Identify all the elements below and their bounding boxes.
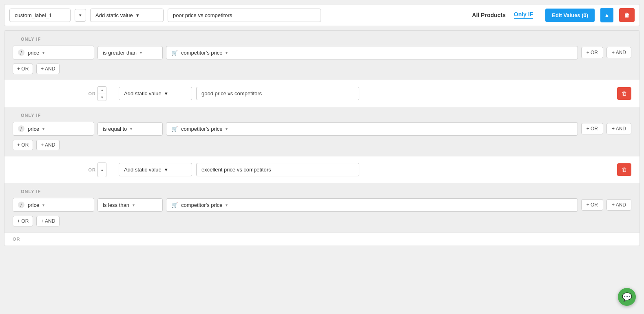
rule3-cart-icon: 🛒: [171, 202, 178, 208]
rule2-value-input[interactable]: [196, 87, 359, 100]
move-down-1[interactable]: ▾: [97, 94, 106, 101]
rule2-competitor-label: competitor's price: [181, 126, 222, 132]
tab-only-if[interactable]: Only IF: [514, 11, 533, 19]
edit-values-button[interactable]: Edit Values (0): [545, 9, 595, 22]
rule3-competitor-label: competitor's price: [181, 202, 222, 208]
rule3-value-input[interactable]: [196, 163, 359, 176]
rule3-bottom-and-button[interactable]: + AND: [36, 216, 60, 226]
delete-rule-button[interactable]: 🗑: [619, 8, 635, 22]
rule2-price-arrow-icon: ▾: [42, 127, 44, 131]
tab-all-products[interactable]: All Products: [472, 12, 505, 18]
rule3-static-arrow-icon: ▾: [165, 167, 168, 173]
rules-container: ONLY IF ƒ price ▾ is greater than ▾ 🛒 co…: [4, 30, 640, 246]
rule3-trash-icon: 🗑: [622, 167, 627, 173]
rule2-price-label: price: [28, 126, 39, 132]
or-label-3: OR: [13, 237, 20, 242]
rule1-bottom-or-button[interactable]: + OR: [13, 64, 33, 74]
rule3-value-section: Add static value ▾ 🗑: [111, 156, 640, 183]
custom-label-dropdown[interactable]: ▾: [75, 9, 86, 22]
rule3-value-row: Add static value ▾ 🗑: [119, 163, 631, 176]
rule1-conditions-row: ƒ price ▾ is greater than ▾ 🛒 competitor…: [13, 46, 631, 59]
rule3-f-icon: ƒ: [18, 202, 24, 208]
rule2-trash-icon: 🗑: [622, 90, 627, 97]
rule3-price-label: price: [28, 202, 39, 208]
rule2-value-row: Add static value ▾ 🗑: [119, 87, 631, 100]
or-connector-1: OR ▴ ▾: [4, 80, 111, 107]
trash-icon: 🗑: [624, 12, 630, 18]
rule2-bottom-or-button[interactable]: + OR: [13, 140, 33, 150]
rule3-or-button[interactable]: + OR: [581, 199, 603, 211]
rule3-price-select[interactable]: ƒ price ▾: [13, 198, 94, 212]
rule2-conditions-row: ƒ price ▾ is equal to ▾ 🛒 competitor's p…: [13, 122, 631, 136]
delete-rule2-button[interactable]: 🗑: [617, 87, 631, 100]
rule2-f-icon: ƒ: [18, 125, 24, 132]
rule3-conditions-row: ƒ price ▾ is less than ▾ 🛒 competitor's …: [13, 198, 631, 212]
rule3-bottom-or-button[interactable]: + OR: [13, 216, 33, 226]
rule1-value-input[interactable]: [168, 9, 321, 22]
rule3-competitor-arrow-icon: ▾: [226, 203, 228, 207]
rule1-and-button[interactable]: + AND: [606, 47, 631, 58]
rule3-static-value-select[interactable]: Add static value ▾: [119, 163, 192, 176]
rule1-or-button[interactable]: + OR: [581, 47, 603, 58]
rule1-only-if-label: ONLY IF: [21, 37, 631, 42]
rule2-competitor-select[interactable]: 🛒 competitor's price ▾: [166, 122, 578, 136]
rule2-or-button[interactable]: + OR: [581, 123, 603, 134]
page-wrapper: custom_label_1 ▾ Add static value ▾ All …: [0, 0, 644, 314]
rule1-only-if-section: ONLY IF ƒ price ▾ is greater than ▾ 🛒 co…: [4, 31, 640, 80]
rule1-f-icon: ƒ: [18, 49, 24, 56]
up-arrow-icon: ▲: [604, 13, 609, 18]
rule1-price-select[interactable]: ƒ price ▾: [13, 46, 94, 59]
rule2-price-select[interactable]: ƒ price ▾: [13, 122, 94, 136]
rule1-cart-icon: 🛒: [171, 50, 178, 56]
rule2-condition-label: is equal to: [103, 126, 127, 132]
rule2-condition-arrow-icon: ▾: [130, 127, 132, 131]
delete-rule3-button[interactable]: 🗑: [617, 163, 631, 176]
rule3-condition-select[interactable]: is less than ▾: [97, 198, 163, 212]
rule3-condition-label: is less than: [103, 202, 129, 208]
rule2-value-section: Add static value ▾ 🗑: [111, 80, 640, 107]
rule3-only-if-section: ONLY IF ƒ price ▾ is less than ▾ 🛒 compe…: [4, 183, 640, 232]
rule2-and-button[interactable]: + AND: [606, 123, 631, 134]
rule2-static-value-select[interactable]: Add static value ▾: [119, 87, 192, 100]
rule2-cart-icon: 🛒: [171, 126, 178, 132]
rule1-condition-select[interactable]: is greater than ▾: [97, 46, 163, 59]
reorder-controls-1: ▴ ▾: [97, 86, 106, 101]
rule1-price-arrow-icon: ▾: [42, 51, 44, 55]
reorder-controls-2: ▴: [97, 162, 106, 177]
rule2-only-if-section: ONLY IF ƒ price ▾ is equal to ▾ 🛒 compet…: [4, 107, 640, 156]
rule3-and-button[interactable]: + AND: [606, 199, 631, 211]
move-up-1[interactable]: ▴: [97, 86, 106, 94]
or-connector-2: OR ▴: [4, 156, 111, 183]
rule3-price-arrow-icon: ▾: [42, 203, 44, 207]
static-value-select[interactable]: Add static value ▾: [90, 9, 164, 22]
move-up-2[interactable]: ▴: [97, 162, 106, 177]
rule1-competitor-select[interactable]: 🛒 competitor's price ▾: [166, 46, 578, 59]
rule2-condition-select[interactable]: is equal to ▾: [97, 122, 163, 136]
or-label-1: OR: [89, 91, 96, 96]
rule3-competitor-select[interactable]: 🛒 competitor's price ▾: [166, 198, 578, 212]
rule3-only-if-label: ONLY IF: [21, 189, 631, 194]
rule1-competitor-arrow-icon: ▾: [226, 51, 228, 55]
chat-icon: 💬: [622, 292, 632, 302]
or-divider-2: OR ▴ Add static value ▾ 🗑: [4, 156, 640, 183]
rule2-competitor-arrow-icon: ▾: [226, 127, 228, 131]
or-label-2: OR: [89, 167, 96, 172]
static-value-arrow-icon: ▾: [136, 12, 139, 18]
custom-label-field: custom_label_1: [9, 9, 71, 22]
rule1-bottom-and-button[interactable]: + AND: [36, 64, 60, 74]
rule1-condition-label: is greater than: [103, 50, 137, 56]
or-divider-3: OR: [4, 232, 640, 246]
rule1-price-label: price: [28, 50, 39, 56]
tab-group: All Products Only IF: [472, 11, 533, 19]
top-bar: custom_label_1 ▾ Add static value ▾ All …: [4, 4, 640, 26]
rule2-bottom-and-button[interactable]: + AND: [36, 140, 60, 150]
rule2-static-arrow-icon: ▾: [165, 90, 168, 97]
or-divider-1: OR ▴ ▾ Add static value ▾ 🗑: [4, 80, 640, 107]
reorder-button[interactable]: ▲: [600, 8, 613, 22]
rule1-condition-arrow-icon: ▾: [140, 51, 142, 55]
chat-bubble-button[interactable]: 💬: [618, 288, 636, 306]
rule2-only-if-label: ONLY IF: [21, 113, 631, 118]
rule1-competitor-label: competitor's price: [181, 50, 222, 56]
rule3-condition-arrow-icon: ▾: [133, 203, 135, 207]
